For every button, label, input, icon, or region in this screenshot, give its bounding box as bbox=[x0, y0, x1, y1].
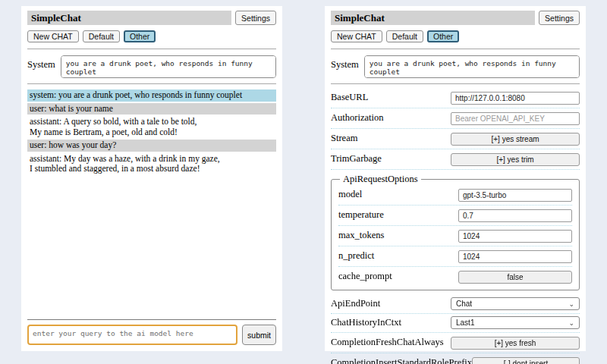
cache-prompt-toggle-button[interactable]: false bbox=[458, 271, 572, 284]
n-predict-label: n_predict bbox=[338, 250, 374, 262]
setting-row-authorization: Authorization bbox=[331, 108, 580, 129]
api-endpoint-select[interactable]: Chat ⌄ bbox=[451, 297, 580, 310]
role-prefix-label: CompletionInsertStandardRolePrefix bbox=[331, 357, 472, 364]
setting-row-role-prefix: CompletionInsertStandardRolePrefix [-] d… bbox=[331, 353, 580, 364]
baseurl-label: BaseURL bbox=[331, 92, 368, 103]
authorization-input[interactable] bbox=[451, 112, 580, 125]
header: SimpleChat Settings bbox=[331, 11, 580, 25]
setting-row-stream: Stream [+] yes stream bbox=[331, 129, 580, 149]
baseurl-input[interactable] bbox=[451, 92, 580, 105]
temperature-input[interactable] bbox=[458, 209, 572, 222]
query-input[interactable] bbox=[27, 325, 237, 345]
system-prompt-input[interactable]: you are a drunk poet, who responds in fu… bbox=[61, 55, 276, 78]
query-row: submit bbox=[27, 325, 276, 345]
chevron-down-icon: ⌄ bbox=[568, 301, 574, 307]
trimgarbage-label: TrimGarbage bbox=[331, 153, 382, 165]
api-endpoint-selected-value: Chat bbox=[456, 300, 472, 308]
system-prompt-input[interactable]: you are a drunk poet, who responds in fu… bbox=[364, 55, 580, 78]
app-title: SimpleChat bbox=[331, 11, 535, 25]
cache-prompt-label: cache_prompt bbox=[338, 271, 392, 282]
setting-row-fresh-chat: CompletionFreshChatAlways [+] yes fresh bbox=[331, 333, 580, 353]
setting-row-trimgarbage: TrimGarbage [+] yes trim bbox=[331, 149, 580, 170]
session-tab-other[interactable]: Other bbox=[427, 30, 459, 42]
new-chat-button[interactable]: New CHAT bbox=[27, 30, 79, 42]
chat-message-user: user: what is your name bbox=[27, 103, 276, 115]
temperature-label: temperature bbox=[338, 209, 384, 221]
setting-row-baseurl: BaseURL bbox=[331, 88, 580, 108]
settings-button[interactable]: Settings bbox=[539, 11, 580, 25]
system-label: System bbox=[331, 55, 359, 78]
model-label: model bbox=[338, 189, 362, 200]
session-tab-other[interactable]: Other bbox=[124, 30, 156, 42]
stream-label: Stream bbox=[331, 133, 357, 144]
divider bbox=[27, 319, 276, 320]
fresh-chat-toggle-button[interactable]: [+] yes fresh bbox=[451, 337, 580, 350]
divider bbox=[27, 49, 276, 49]
chat-message-assistant: assistant: A query so bold, with a tale … bbox=[27, 116, 276, 138]
stream-toggle-button[interactable]: [+] yes stream bbox=[451, 133, 580, 146]
divider bbox=[331, 83, 580, 84]
trimgarbage-toggle-button[interactable]: [+] yes trim bbox=[451, 153, 580, 166]
setting-row-temperature: temperature bbox=[338, 206, 572, 226]
setting-row-max-tokens: max_tokens bbox=[338, 226, 572, 246]
max-tokens-label: max_tokens bbox=[338, 230, 384, 241]
session-toolbar: New CHAT Default Other bbox=[331, 30, 580, 42]
system-prompt-row: System you are a drunk poet, who respond… bbox=[27, 55, 276, 78]
setting-row-api-endpoint: ApiEndPoint Chat ⌄ bbox=[331, 295, 580, 314]
chat-message-system: system: you are a drunk poet, who respon… bbox=[27, 89, 276, 102]
session-tab-default[interactable]: Default bbox=[386, 30, 423, 42]
setting-row-cache-prompt: cache_prompt false bbox=[338, 267, 572, 287]
api-request-options-legend: ApiRequestOptions bbox=[340, 174, 421, 185]
system-label: System bbox=[27, 55, 55, 78]
chat-history-selected-value: Last1 bbox=[456, 318, 474, 327]
settings-button[interactable]: Settings bbox=[235, 11, 276, 25]
chat-message-list: system: you are a drunk poet, who respon… bbox=[27, 89, 276, 177]
model-input[interactable] bbox=[458, 189, 572, 202]
divider bbox=[331, 49, 580, 49]
api-request-options-group: ApiRequestOptions model temperature max_… bbox=[331, 174, 580, 290]
header: SimpleChat Settings bbox=[27, 11, 276, 25]
max-tokens-input[interactable] bbox=[458, 230, 572, 243]
system-prompt-row: System you are a drunk poet, who respond… bbox=[331, 55, 580, 78]
fresh-chat-label: CompletionFreshChatAlways bbox=[331, 337, 444, 348]
submit-button[interactable]: submit bbox=[242, 325, 276, 345]
n-predict-input[interactable] bbox=[458, 250, 572, 263]
spacer bbox=[27, 177, 276, 317]
chat-message-user: user: how was your day? bbox=[27, 140, 276, 152]
setting-row-chat-history: ChatHistoryInCtxt Last1 ⌄ bbox=[331, 314, 580, 333]
new-chat-button[interactable]: New CHAT bbox=[331, 30, 382, 42]
session-tab-default[interactable]: Default bbox=[83, 30, 120, 42]
divider bbox=[27, 83, 276, 84]
chat-panel: SimpleChat Settings New CHAT Default Oth… bbox=[21, 6, 282, 351]
setting-row-n-predict: n_predict bbox=[338, 246, 572, 267]
app-title: SimpleChat bbox=[27, 11, 231, 25]
chevron-down-icon: ⌄ bbox=[568, 320, 574, 326]
chat-history-label: ChatHistoryInCtxt bbox=[331, 317, 401, 328]
chat-message-assistant: assistant: My day was a haze, with a dri… bbox=[27, 153, 276, 175]
settings-panel: SimpleChat Settings New CHAT Default Oth… bbox=[325, 6, 586, 351]
setting-row-model: model bbox=[338, 185, 572, 206]
role-prefix-toggle-button[interactable]: [-] dont insert bbox=[472, 357, 580, 364]
authorization-label: Authorization bbox=[331, 112, 383, 124]
session-toolbar: New CHAT Default Other bbox=[27, 30, 276, 42]
chat-history-select[interactable]: Last1 ⌄ bbox=[451, 316, 580, 329]
api-endpoint-label: ApiEndPoint bbox=[331, 298, 380, 309]
